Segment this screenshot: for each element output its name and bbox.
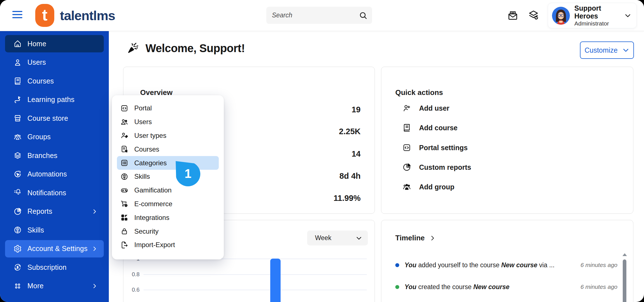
menu-item-skills[interactable]: Skills: [117, 170, 219, 183]
event-dot: [395, 263, 399, 267]
doc-arrow-icon: [120, 241, 128, 249]
automation-icon: [13, 170, 22, 178]
sidebar-item-notifications[interactable]: Notifications: [5, 184, 104, 201]
chevron-down-icon[interactable]: [624, 11, 632, 20]
sidebar-item-home[interactable]: Home: [5, 35, 104, 52]
timeline-scrollbar[interactable]: [622, 253, 627, 302]
party-popper-icon: [126, 42, 139, 55]
sidebar-item-branches[interactable]: Branches: [5, 147, 104, 164]
timeline-event: You created the course New course: [395, 283, 600, 291]
sidebar-item-more[interactable]: More: [5, 277, 104, 295]
menu-item-users[interactable]: Users: [117, 115, 219, 129]
sidebar-item-skills[interactable]: Skills: [5, 221, 104, 239]
logo-wordmark: talentlms: [60, 8, 115, 23]
search-bar[interactable]: [266, 7, 372, 24]
pie-chart-icon: [402, 163, 411, 172]
bell-icon: [13, 189, 22, 197]
sidebar-item-label: Course store: [27, 114, 68, 122]
overview-stat-value: 14: [352, 149, 361, 159]
gamepad-icon: [120, 186, 128, 194]
timeline-event: You added yourself to the course New cou…: [395, 261, 600, 269]
sidebar-item-label: Learning paths: [27, 96, 74, 104]
sidebar-item-label: Users: [27, 58, 46, 66]
sidebar-item-label: Notifications: [27, 189, 66, 197]
list-box-icon: [120, 159, 128, 167]
quick-action-custom-reports[interactable]: Custom reports: [402, 163, 471, 172]
menu-item-user-types[interactable]: User types: [117, 129, 219, 143]
event-actor: You: [405, 261, 417, 269]
page-title: Welcome, Support!: [145, 42, 245, 55]
sidebar-item-users[interactable]: Users: [5, 54, 104, 71]
menu-item-label: Import-Export: [134, 241, 175, 249]
course-stack-icon[interactable]: [528, 10, 539, 21]
event-course: New course: [501, 261, 537, 269]
app-logo[interactable]: t talentlms: [35, 4, 115, 27]
home-icon: [13, 40, 22, 48]
quick-actions-card: Quick actions Add user Add course Portal…: [381, 67, 633, 214]
brain-icon: [120, 173, 128, 181]
menu-item-integrations[interactable]: Integrations: [117, 211, 219, 224]
app-window: t talentlms Support Heroes Administrator: [0, 0, 644, 302]
quick-action-portal-settings[interactable]: Portal settings: [402, 143, 468, 152]
sidebar-item-learning-paths[interactable]: Learning paths: [5, 91, 104, 108]
y-tick: 0.6: [126, 287, 140, 293]
search-input[interactable]: [266, 11, 359, 19]
menu-item-portal[interactable]: Portal: [117, 101, 219, 115]
scrollbar-thumb[interactable]: [623, 259, 626, 302]
search-icon[interactable]: [359, 11, 368, 20]
timeline-header[interactable]: Timeline: [395, 234, 436, 242]
sidebar-item-label: Subscription: [27, 263, 67, 271]
event-dot: [395, 285, 399, 289]
menu-item-label: User types: [134, 132, 166, 140]
menu-item-gamification[interactable]: Gamification: [117, 183, 219, 197]
groups-icon: [402, 182, 411, 191]
brain-icon: [13, 226, 22, 234]
welcome-row: Welcome, Support!: [126, 39, 245, 57]
quick-action-add-course[interactable]: Add course: [402, 123, 458, 132]
menu-item-ecommerce[interactable]: E-commerce: [117, 197, 219, 211]
customize-button[interactable]: Customize: [580, 41, 634, 59]
quick-action-label: Add course: [419, 124, 458, 132]
sidebar-item-groups[interactable]: Groups: [5, 128, 104, 146]
menu-item-label: Portal: [134, 104, 152, 112]
overview-stat-value: 19: [352, 105, 361, 114]
menu-item-security[interactable]: Security: [117, 224, 219, 238]
chevron-right-icon: [429, 235, 436, 241]
sidebar-item-label: Groups: [27, 133, 51, 141]
doc-gear-icon: [120, 145, 128, 153]
sidebar-item-account-settings[interactable]: Account & Settings: [5, 240, 104, 257]
menu-item-label: Courses: [134, 145, 159, 153]
hamburger-menu-icon[interactable]: [12, 11, 22, 19]
add-user-icon: [402, 104, 411, 113]
user-role: Administrator: [574, 20, 624, 27]
event-time: 6 minutes ago: [580, 284, 617, 290]
chart-bar: [270, 259, 281, 302]
menu-item-courses[interactable]: Courses: [117, 142, 219, 156]
topbar: t talentlms Support Heroes Administrator: [0, 0, 644, 31]
groups-icon: [13, 133, 22, 141]
period-select-value: Week: [315, 234, 331, 242]
account-settings-menu: Portal Users User types Courses Categori…: [112, 95, 224, 259]
sidebar-item-label: Account & Settings: [27, 245, 88, 253]
quick-action-add-user[interactable]: Add user: [402, 104, 449, 113]
event-actor: You: [405, 283, 417, 291]
sidebar-item-course-store[interactable]: Course store: [5, 110, 104, 127]
period-select[interactable]: Week: [307, 231, 368, 245]
overview-stat-value: 11.99%: [333, 194, 361, 203]
sidebar-item-courses[interactable]: Courses: [5, 72, 104, 90]
menu-item-categories[interactable]: Categories: [117, 156, 219, 170]
sidebar-item-automations[interactable]: Automations: [5, 166, 104, 183]
messages-icon[interactable]: [507, 10, 519, 21]
sidebar-item-reports[interactable]: Reports: [5, 203, 104, 220]
menu-item-label: Categories: [134, 159, 167, 167]
sidebar-item-label: Automations: [27, 170, 67, 178]
menu-item-label: Integrations: [134, 214, 169, 222]
cart-globe-icon: [120, 200, 128, 208]
menu-item-import-export[interactable]: Import-Export: [117, 238, 219, 252]
lock-icon: [120, 227, 128, 235]
sidebar-item-subscription[interactable]: Subscription: [5, 259, 104, 276]
user-menu[interactable]: Support Heroes Administrator: [548, 3, 637, 28]
quick-action-add-group[interactable]: Add group: [402, 182, 454, 191]
scroll-up-arrow[interactable]: [622, 253, 627, 256]
user-info: Support Heroes Administrator: [574, 4, 624, 27]
